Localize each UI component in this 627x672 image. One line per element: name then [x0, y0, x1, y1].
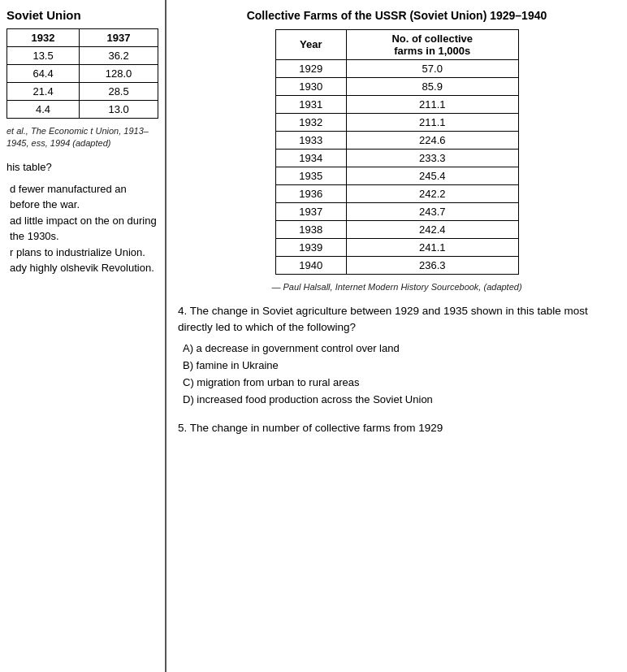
question-4-text: 4. The change in Soviet agriculture betw…	[178, 303, 616, 336]
list-item: r plans to industrialize Union.	[10, 245, 158, 261]
right-column: Collective Farms of the USSR (Soviet Uni…	[166, 0, 627, 672]
question-5-number: 5.	[178, 422, 187, 434]
table-row: 1940236.3	[275, 256, 518, 274]
list-item: ad little impact on the on during the 19…	[10, 213, 158, 245]
table-row: 1935245.4	[275, 167, 518, 184]
table-row: 1938242.4	[275, 220, 518, 238]
page-container: Soviet Union 1932 1937 13.536.264.4128.0…	[0, 0, 627, 672]
left-column: Soviet Union 1932 1937 13.536.264.4128.0…	[0, 0, 166, 672]
table-row: 21.428.5	[7, 83, 158, 101]
list-item: D) increased food production across the …	[183, 392, 616, 409]
table-row: 193085.9	[275, 77, 518, 95]
question-5-text: 5. The change in number of collective fa…	[178, 420, 616, 436]
list-item: B) famine in Ukraine	[183, 358, 616, 375]
list-item: d fewer manufactured an before the war.	[10, 181, 158, 213]
main-data-table: Year No. of collectivefarms in 1,000s 19…	[275, 29, 519, 275]
question-intro: his table?	[6, 160, 158, 175]
table-row: 1937243.7	[275, 202, 518, 220]
col-header-1937: 1937	[80, 29, 158, 47]
question-4-number: 4.	[178, 305, 187, 317]
question-4-choices: A) a decrease in government control over…	[178, 340, 616, 408]
table-row: 1934233.3	[275, 149, 518, 167]
question-4-block: 4. The change in Soviet agriculture betw…	[178, 303, 616, 409]
left-title: Soviet Union	[6, 8, 158, 22]
year-header: Year	[275, 29, 346, 59]
list-item: ady highly olshevik Revolution.	[10, 260, 158, 276]
table-row: 1936242.2	[275, 184, 518, 202]
table-row: 1933224.6	[275, 131, 518, 149]
small-data-table: 1932 1937 13.536.264.4128.021.428.54.413…	[6, 28, 158, 119]
table-row: 64.4128.0	[7, 65, 158, 83]
answer-choices-left: d fewer manufactured an before the war.a…	[6, 181, 158, 276]
table-row: 13.536.2	[7, 47, 158, 65]
table-row: 1931211.1	[275, 95, 518, 113]
list-item: A) a decrease in government control over…	[183, 340, 616, 358]
list-item: C) migration from urban to rural areas	[183, 375, 616, 392]
question-5-block: 5. The change in number of collective fa…	[178, 420, 616, 436]
table-source: — Paul Halsall, Internet Modern History …	[178, 281, 616, 293]
left-source-text: et al., The Economic t Union, 1913–1945,…	[6, 125, 158, 150]
table-row: 1932211.1	[275, 113, 518, 131]
question-5-body: The change in number of collective farms…	[190, 422, 443, 434]
table-row: 1939241.1	[275, 238, 518, 256]
farms-header: No. of collectivefarms in 1,000s	[346, 29, 518, 59]
col-header-1932: 1932	[7, 29, 80, 47]
chart-title: Collective Farms of the USSR (Soviet Uni…	[178, 8, 616, 24]
table-row: 4.413.0	[7, 101, 158, 119]
table-row: 192957.0	[275, 59, 518, 77]
question-4-body: The change in Soviet agriculture between…	[178, 305, 588, 333]
